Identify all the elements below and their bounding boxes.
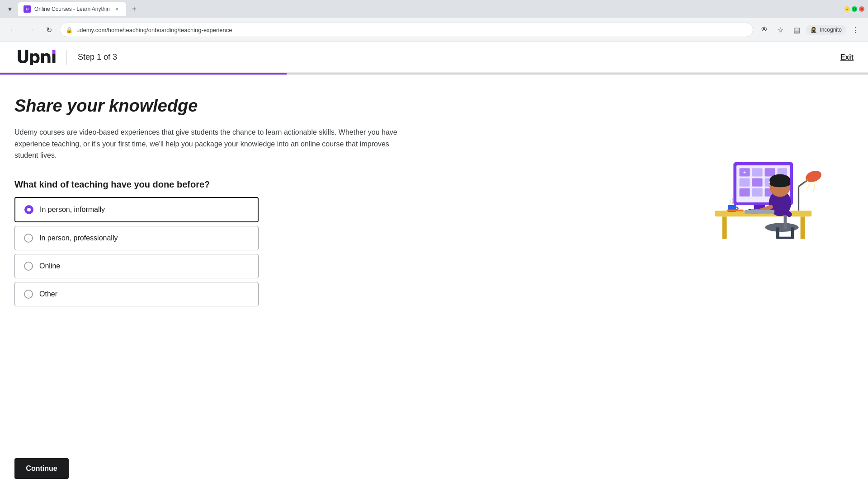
option-online[interactable]: Online <box>14 254 259 278</box>
active-tab[interactable]: U Online Courses - Learn Anythin × <box>18 2 126 16</box>
nav-extras: 👁 ☆ ▤ 🥷 Incognito ⋮ <box>757 23 863 37</box>
back-button[interactable]: ← <box>5 23 20 37</box>
continue-button[interactable]: Continue <box>14 458 69 479</box>
svg-text:+: + <box>743 169 746 175</box>
step-label: Step 1 of 3 <box>78 52 117 62</box>
new-tab-button[interactable]: + <box>128 3 141 15</box>
svg-rect-9 <box>765 168 775 176</box>
svg-line-26 <box>801 179 808 188</box>
svg-rect-12 <box>752 178 763 187</box>
step-divider <box>66 50 67 65</box>
continue-button-bar: Continue <box>0 449 868 488</box>
illustration-container: + + <box>696 129 823 255</box>
svg-rect-8 <box>752 168 763 176</box>
bookmark-icon[interactable]: ☆ <box>773 23 788 37</box>
tab-favicon: U <box>24 5 31 13</box>
svg-rect-30 <box>776 237 794 239</box>
exit-button[interactable]: Exit <box>840 53 854 61</box>
svg-rect-11 <box>740 178 750 187</box>
browser-chrome: ▼ U Online Courses - Learn Anythin × + −… <box>0 0 868 42</box>
radio-other <box>24 290 33 299</box>
option-in-person-professionally[interactable]: In person, professionally <box>14 226 259 250</box>
option-label-in-person-professionally: In person, professionally <box>39 234 118 242</box>
svg-rect-38 <box>727 210 744 211</box>
option-in-person-informally[interactable]: In person, informally <box>14 197 259 222</box>
page-description: Udemy courses are video-based experience… <box>14 127 412 161</box>
nav-bar: ← → ↻ 🔒 udemy.com/home/teaching/onboardi… <box>0 18 868 42</box>
svg-rect-16 <box>752 188 763 197</box>
page-heading: Share your knowledge <box>14 96 854 116</box>
tab-bar: ▼ U Online Courses - Learn Anythin × + −… <box>0 0 868 18</box>
tab-close-button[interactable]: × <box>113 5 121 13</box>
tab-title: Online Courses - Learn Anythin <box>34 6 110 12</box>
incognito-label: Incognito <box>820 27 842 33</box>
radio-online <box>24 262 33 271</box>
option-label-online: Online <box>39 262 60 270</box>
svg-rect-15 <box>740 188 750 197</box>
radio-in-person-informally <box>24 205 33 214</box>
svg-rect-36 <box>745 210 774 214</box>
maximize-button[interactable]: □ <box>852 6 857 12</box>
minimize-button[interactable]: − <box>844 6 850 12</box>
forward-button[interactable]: → <box>24 23 38 37</box>
incognito-badge: 🥷 Incognito <box>806 25 846 35</box>
url-text: udemy.com/home/teaching/onboarding/teach… <box>76 27 232 33</box>
menu-button[interactable]: ⋮ <box>848 23 863 37</box>
address-bar[interactable]: 🔒 udemy.com/home/teaching/onboarding/tea… <box>60 23 753 37</box>
svg-rect-2 <box>801 216 805 239</box>
site-header: Step 1 of 3 Exit <box>0 42 868 73</box>
option-label-in-person-informally: In person, informally <box>40 206 105 214</box>
sidebar-toggle-icon[interactable]: ▤ <box>789 23 804 37</box>
svg-line-25 <box>813 181 815 191</box>
option-label-other: Other <box>39 290 57 298</box>
eye-slash-icon[interactable]: 👁 <box>757 23 771 37</box>
refresh-button[interactable]: ↻ <box>42 23 56 37</box>
udemy-logo <box>14 50 56 65</box>
lock-icon: 🔒 <box>66 27 73 33</box>
svg-line-24 <box>806 181 811 190</box>
svg-point-23 <box>804 169 823 184</box>
options-container: In person, informally In person, profess… <box>14 197 259 306</box>
radio-in-person-professionally <box>24 234 33 243</box>
page-wrapper: Step 1 of 3 Exit Share your knowledge Ud… <box>0 42 868 488</box>
main-content: Share your knowledge Udemy courses are v… <box>0 75 868 488</box>
tab-group-selector[interactable]: ▼ <box>4 3 16 15</box>
close-button[interactable]: × <box>859 6 864 12</box>
option-other[interactable]: Other <box>14 282 259 306</box>
desk-illustration: + + <box>696 129 823 248</box>
udemy-logo-svg <box>14 50 56 65</box>
svg-point-35 <box>769 180 790 187</box>
incognito-icon: 🥷 <box>810 27 817 33</box>
svg-rect-1 <box>722 216 727 239</box>
